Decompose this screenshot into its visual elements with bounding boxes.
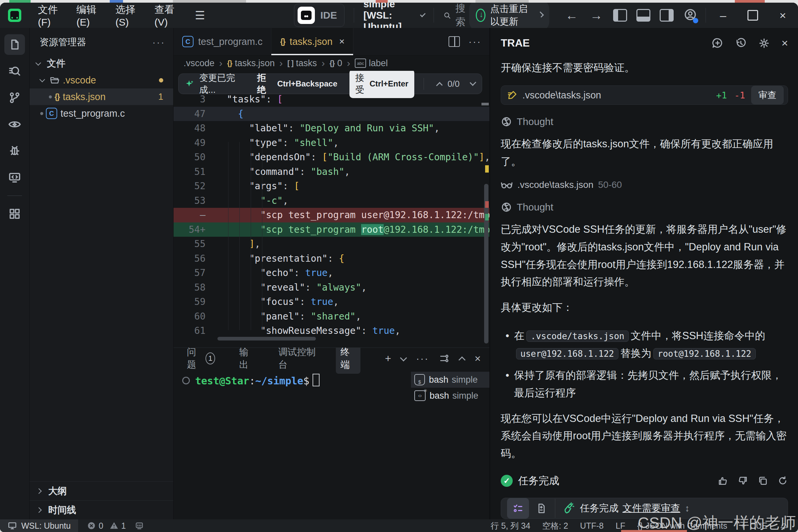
expand-collapse-icon[interactable]: ↕ [685, 503, 690, 514]
terminal-list-item[interactable]: $bashsimple [411, 372, 490, 388]
terminal-dropdown-icon[interactable] [400, 354, 407, 361]
changed-file-card[interactable]: .vscode\tasks.json +1 -1 审查 [501, 86, 788, 105]
window-minimize-button[interactable]: – [709, 9, 737, 22]
copy-icon[interactable] [757, 475, 768, 486]
code-line[interactable]: 60 "panel": "shared", [174, 309, 490, 324]
accept-button[interactable]: 接受 Ctrl+Enter [349, 71, 415, 98]
code-line[interactable]: 56 "presentation": { [174, 251, 490, 266]
crumb-vscode[interactable]: .vscode [184, 58, 214, 69]
eol[interactable]: LF [615, 521, 625, 531]
close-panel-icon[interactable]: × [474, 353, 481, 365]
new-terminal-icon[interactable]: + [385, 353, 391, 365]
terminal-tabs-icon[interactable] [439, 353, 450, 364]
ports-status[interactable] [135, 521, 144, 530]
code-line[interactable]: 48 "label": "Deploy and Run via SSH", [174, 121, 490, 136]
thumbs-down-icon[interactable] [738, 475, 748, 486]
terminal[interactable]: test@Star:~/simple$ [174, 369, 411, 519]
window-maximize-button[interactable] [747, 10, 758, 21]
code-line[interactable]: 50 "dependsOn": ["Build (ARM Cross-Compi… [174, 150, 490, 165]
tab-tasks-json[interactable]: {} tasks.json × [271, 28, 354, 55]
remote-indicator[interactable]: WSL: Ubuntu [0, 519, 78, 532]
close-panel-icon[interactable]: × [781, 37, 788, 50]
crumb-label[interactable]: label [369, 58, 388, 69]
tab-test-program[interactable]: C test_program.c [174, 28, 271, 55]
activity-debug[interactable] [4, 141, 25, 161]
cursor-position[interactable]: 行 5, 列 34 [491, 520, 530, 531]
file-test-program[interactable]: C test_program.c [30, 105, 173, 122]
regenerate-icon[interactable] [777, 475, 788, 486]
code-line[interactable]: 47 { [174, 107, 490, 121]
thumbs-up-icon[interactable] [718, 475, 728, 486]
bullet-rich-text: 在.vscode/tasks.json文件中，将SSH连接命令中的user@19… [514, 327, 788, 362]
restart-update-button[interactable]: 点击重启以更新 [469, 3, 550, 31]
crumb-tasks[interactable]: tasks [296, 58, 317, 69]
menu-edit[interactable]: 编辑(E) [69, 3, 108, 28]
prev-change-icon[interactable] [436, 82, 443, 89]
nav-forward-button[interactable]: → [584, 8, 608, 23]
editor-more-icon[interactable]: ··· [469, 36, 481, 47]
explorer-more-icon[interactable]: ··· [152, 37, 165, 48]
encoding[interactable]: UTF-8 [580, 521, 604, 531]
bottom-panel: 问题 1 输出 调试控制台 终端 + ··· × [174, 347, 490, 519]
toggle-bottom-panel-button[interactable] [636, 9, 650, 22]
indentation[interactable]: 空格: 2 [542, 520, 568, 531]
code-line[interactable]: 51 "command": "bash", [174, 165, 490, 179]
nav-back-button[interactable]: ← [559, 8, 584, 23]
problems-status[interactable]: 0 1 [87, 521, 126, 531]
code-line[interactable]: 49 "type": "shell", [174, 136, 490, 150]
line-number: 54+ [174, 223, 214, 237]
todo-list-button[interactable] [507, 498, 529, 519]
activity-explorer[interactable] [4, 34, 25, 55]
thought-row[interactable]: Thought [501, 116, 788, 127]
global-search[interactable]: 搜索 [443, 3, 469, 29]
menu-file[interactable]: 文件(F) [31, 3, 69, 28]
code-line[interactable]: 55 ], [174, 237, 490, 251]
toggle-left-sidebar-button[interactable] [613, 9, 627, 22]
section-files[interactable]: 文件 [30, 55, 173, 72]
review-button[interactable]: 审查 [751, 86, 784, 104]
section-timeline[interactable]: 时间线 [30, 500, 173, 519]
folder-vscode[interactable]: .vscode [30, 72, 173, 89]
activity-remote[interactable] [4, 167, 25, 188]
more-menus-icon[interactable]: ☰ [186, 8, 214, 22]
next-change-icon[interactable] [470, 79, 476, 86]
ide-badge[interactable]: IDE [294, 4, 344, 27]
activity-search[interactable] [4, 61, 25, 81]
code-line[interactable]: 58 "reveal": "always", [174, 280, 490, 295]
code-line[interactable]: 61 "showReuseMessage": true, [174, 324, 490, 338]
files-section-label: 文件 [47, 57, 65, 70]
code-line[interactable]: 57 "echo": true, [174, 266, 490, 280]
activity-extensions[interactable] [4, 204, 25, 224]
crumb-0[interactable]: 0 [337, 58, 342, 69]
crumb-tasks-json[interactable]: tasks.json [235, 58, 274, 69]
new-chat-icon[interactable] [711, 37, 723, 49]
toggle-right-sidebar-button[interactable] [660, 9, 673, 22]
account-button[interactable] [684, 8, 697, 23]
reject-button[interactable]: 拒绝 [257, 72, 272, 96]
vertical-scrollbar[interactable] [484, 184, 489, 343]
section-outline[interactable]: 大纲 [30, 481, 173, 500]
tab-close-icon[interactable]: × [339, 36, 344, 47]
code-editor[interactable]: 变更已完成... 拒绝 Ctrl+Backspace 接受 Ctrl+Enter… [174, 71, 490, 347]
split-editor-icon[interactable] [449, 36, 460, 47]
activity-preview[interactable] [4, 114, 25, 135]
code-line[interactable]: 59 "focus": true, [174, 294, 490, 309]
diff-file-icon[interactable] [536, 503, 547, 514]
history-icon[interactable] [735, 37, 747, 49]
menu-view[interactable]: 查看(V) [147, 3, 186, 28]
maximize-panel-icon[interactable] [458, 356, 466, 363]
read-file-row[interactable]: .vscode\tasks.json 50-60 [501, 179, 788, 190]
gear-icon[interactable] [758, 37, 770, 49]
panel-more-icon[interactable]: ··· [416, 353, 429, 364]
thought-row[interactable]: Thought [501, 202, 788, 213]
file-tasks-json[interactable]: {} tasks.json 1 [30, 89, 173, 105]
code-line[interactable]: — "scp test_program user@192.168.1.122:/… [174, 208, 490, 223]
code-line[interactable]: 53 "-c", [174, 193, 490, 208]
window-close-button[interactable]: × [769, 9, 797, 22]
menu-selection[interactable]: 选择(S) [108, 3, 147, 28]
horizontal-scrollbar[interactable] [217, 337, 316, 341]
code-line[interactable]: 52 "args": [ [174, 179, 490, 193]
code-line[interactable]: 54+ "scp test_program root@192.168.1.122… [174, 223, 490, 237]
activity-source-control[interactable] [4, 88, 25, 108]
terminal-list-item[interactable]: ‹›bashsimple [411, 388, 490, 404]
